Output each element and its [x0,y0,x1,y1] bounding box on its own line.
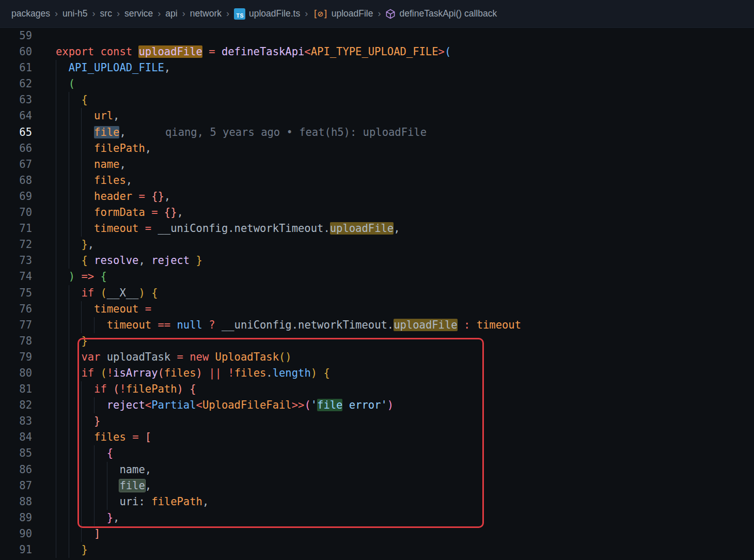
code-token [56,270,69,283]
line-number[interactable]: 78 [0,333,32,349]
code-line[interactable]: 84 files = [ [0,429,754,445]
code-token: = [209,45,215,58]
code-line[interactable]: 71 timeout = __uniConfig.networkTimeout.… [0,221,754,237]
code-line[interactable]: 73 { resolve, reject } [0,253,754,269]
breadcrumb-separator: › [378,8,381,19]
code-line[interactable]: 80 if (!isArray(files) || !files.length)… [0,365,754,381]
line-number[interactable]: 80 [0,365,32,381]
indent-guide [94,317,95,333]
indent-guide [69,397,69,413]
code-token: { [100,270,106,283]
line-number[interactable]: 71 [0,221,32,237]
code-line[interactable]: 75 if (__X__) { [0,285,754,301]
breadcrumb-item-network[interactable]: network [190,8,222,19]
code-token: length [273,367,311,379]
line-number[interactable]: 72 [0,237,32,253]
code-line[interactable]: 77 timeout == null ? __uniConfig.network… [0,317,754,333]
code-line[interactable]: 60export const uploadFile = defineTaskAp… [0,44,754,60]
code-token: {} [151,190,164,203]
code-line[interactable]: 83 } [0,413,754,429]
indent-guide [69,92,69,108]
line-number[interactable]: 77 [0,317,32,333]
code-token: , [202,495,209,508]
line-number[interactable]: 61 [0,60,32,76]
code-line[interactable]: 63 { [0,92,754,108]
code-token: = [132,431,138,443]
code-line[interactable]: 87 file, [0,478,754,494]
line-number[interactable]: 91 [0,542,32,558]
code-line[interactable]: 89 }, [0,510,754,526]
breadcrumb-item-packages[interactable]: packages [11,8,50,19]
line-number[interactable]: 73 [0,253,32,269]
breadcrumb-item-uploadfile-ts[interactable]: TSuploadFile.ts [234,8,300,20]
code-token [56,431,94,443]
code-line[interactable]: 81 if (!filePath) { [0,381,754,397]
breadcrumb-item-api[interactable]: api [165,8,177,19]
breadcrumb-item-uni-h5[interactable]: uni-h5 [62,8,88,19]
code-line[interactable]: 70 formData = {}, [0,205,754,221]
code-line[interactable]: 78 } [0,333,754,349]
line-number[interactable]: 82 [0,397,32,413]
code-line[interactable]: 69 header = {}, [0,189,754,205]
code-token: __uniConfig.networkTimeout. [158,222,330,235]
breadcrumb-item-uploadfile[interactable]: [⊘]uploadFile [312,8,373,19]
line-number[interactable]: 83 [0,413,32,429]
code-line[interactable]: 74 ) => { [0,269,754,285]
code-line[interactable]: 88 uri: filePath, [0,494,754,510]
code-token [56,303,94,315]
line-number[interactable]: 68 [0,173,32,189]
line-number[interactable]: 88 [0,494,32,510]
line-number[interactable]: 59 [0,28,32,44]
code-line[interactable]: 72 }, [0,237,754,253]
line-number[interactable]: 65 [0,125,32,141]
code-token: name [94,158,119,170]
line-number[interactable]: 90 [0,526,32,542]
line-number[interactable]: 87 [0,478,32,494]
line-number[interactable]: 74 [0,269,32,285]
line-number[interactable]: 64 [0,108,32,124]
code-line[interactable]: 65 file,qiang, 5 years ago • feat(h5): u… [0,125,754,141]
code-line[interactable]: 79 var uploadTask = new UploadTask() [0,349,754,365]
line-number[interactable]: 62 [0,76,32,92]
line-number[interactable]: 67 [0,157,32,173]
line-number[interactable]: 76 [0,301,32,317]
breadcrumb-item-src[interactable]: src [100,8,112,19]
line-number[interactable]: 85 [0,445,32,461]
code-token [202,45,209,58]
code-line[interactable]: 90 ] [0,526,754,542]
line-number[interactable]: 60 [0,44,32,60]
code-line[interactable]: 85 { [0,445,754,461]
indent-guide [56,189,56,205]
highlighted-occurrence: uploadFile [394,319,457,331]
line-number[interactable]: 69 [0,189,32,205]
line-number[interactable]: 89 [0,510,32,526]
code-line[interactable]: 62 ( [0,76,754,92]
code-line[interactable]: 68 files, [0,173,754,189]
code-line[interactable]: 59 [0,28,754,44]
code-token [170,319,177,331]
line-number[interactable]: 84 [0,429,32,445]
line-number[interactable]: 66 [0,141,32,157]
line-number[interactable]: 75 [0,285,32,301]
code-token: reject [151,254,190,267]
line-number[interactable]: 63 [0,92,32,108]
code-line[interactable]: 91 } [0,542,754,558]
code-line[interactable]: 64 url, [0,108,754,124]
line-number[interactable]: 81 [0,381,32,397]
code-editor[interactable]: 5960export const uploadFile = defineTask… [0,28,754,560]
code-line[interactable]: 76 timeout = [0,301,754,317]
breadcrumb-item-definetaskapi-callback[interactable]: defineTaskApi() callback [385,8,497,19]
code-line[interactable]: 61 API_UPLOAD_FILE, [0,60,754,76]
code-line[interactable]: 67 name, [0,157,754,173]
code-line[interactable]: 66 filePath, [0,141,754,157]
line-number[interactable]: 86 [0,462,32,478]
code-line[interactable]: 86 name, [0,462,754,478]
indent-guide [94,494,95,510]
indent-guide [56,285,56,301]
code-line[interactable]: 82 reject<Partial<UploadFileFail>>('file… [0,397,754,413]
line-number[interactable]: 79 [0,349,32,365]
code-token: } [94,415,100,427]
indent-guide [94,445,95,461]
breadcrumb-item-service[interactable]: service [124,8,153,19]
line-number[interactable]: 70 [0,205,32,221]
